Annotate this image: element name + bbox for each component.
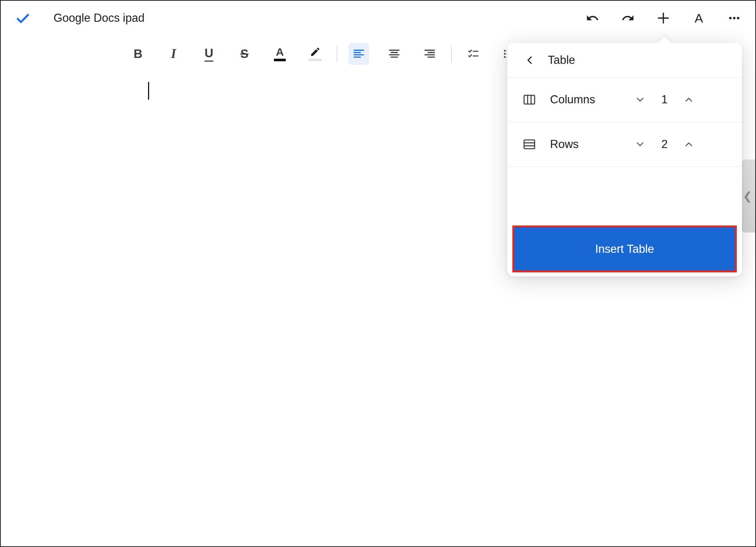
text-cursor: [148, 82, 149, 100]
text-color-icon: A: [274, 47, 286, 61]
more-button[interactable]: [724, 8, 745, 28]
toolbar-divider: [451, 45, 452, 62]
chevron-left-icon: [525, 55, 536, 66]
align-right-button[interactable]: [419, 43, 440, 65]
undo-button[interactable]: [582, 8, 603, 28]
columns-label: Columns: [550, 93, 595, 106]
columns-icon: [522, 92, 537, 107]
plus-icon: [656, 11, 671, 25]
formatting-toolbar: B I U S A: [128, 41, 519, 66]
topbar-actions: A: [582, 8, 745, 28]
align-left-button[interactable]: [348, 43, 369, 65]
align-center-icon: [388, 48, 401, 60]
undo-icon: [586, 11, 599, 25]
text-color-button[interactable]: A: [269, 43, 290, 65]
document-title[interactable]: Google Docs ipad: [54, 11, 144, 25]
back-button[interactable]: [522, 52, 538, 68]
rows-increment-button[interactable]: [681, 137, 696, 152]
columns-increment-button[interactable]: [681, 92, 696, 107]
columns-row: Columns 1: [507, 78, 742, 122]
insert-table-button[interactable]: Insert Table: [514, 227, 735, 271]
columns-value: 1: [654, 93, 675, 106]
underline-button[interactable]: U: [199, 43, 219, 65]
sidebar-collapse-handle[interactable]: ❮: [740, 159, 755, 233]
columns-decrement-button[interactable]: [633, 92, 647, 107]
italic-button[interactable]: I: [163, 43, 184, 65]
rows-row: Rows 2: [507, 122, 742, 167]
checklist-icon: [467, 48, 480, 60]
rows-decrement-button[interactable]: [633, 137, 647, 152]
align-left-icon: [353, 48, 365, 60]
toolbar-divider: [337, 45, 337, 62]
chevron-down-icon: [635, 139, 646, 150]
highlighter-icon: [309, 47, 322, 61]
highlight-button[interactable]: [305, 43, 326, 65]
redo-icon: [621, 11, 635, 25]
rows-label: Rows: [550, 138, 579, 151]
strikethrough-button[interactable]: S: [234, 43, 255, 65]
bold-button[interactable]: B: [128, 43, 148, 65]
chevron-up-icon: [683, 139, 694, 150]
insert-button[interactable]: [653, 8, 674, 28]
panel-title: Table: [548, 54, 575, 67]
table-panel: Table Columns 1: [507, 43, 742, 276]
strikethrough-icon: S: [240, 47, 248, 61]
panel-header: Table: [507, 43, 742, 78]
rows-value: 2: [654, 138, 675, 151]
done-check-icon[interactable]: [13, 9, 32, 28]
align-right-icon: [423, 48, 436, 60]
checklist-button[interactable]: [463, 43, 484, 65]
chevron-up-icon: [683, 94, 694, 105]
more-icon: [728, 11, 741, 25]
chevron-down-icon: [635, 94, 646, 105]
underline-icon: U: [205, 46, 213, 62]
check-icon: [15, 11, 31, 26]
format-button[interactable]: A: [688, 8, 709, 28]
google-docs-window: Google Docs ipad A B I U S: [0, 0, 756, 547]
annotation-highlight-box: Insert Table: [512, 226, 737, 272]
rows-icon: [522, 137, 537, 152]
align-center-button[interactable]: [384, 43, 405, 65]
redo-button[interactable]: [617, 8, 639, 28]
